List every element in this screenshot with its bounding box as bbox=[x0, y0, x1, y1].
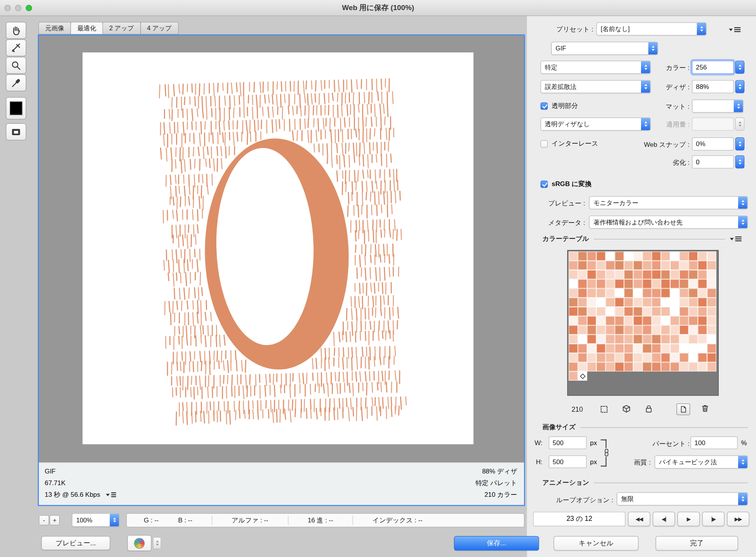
color-swatch[interactable] bbox=[707, 261, 716, 270]
color-swatch[interactable] bbox=[569, 371, 578, 381]
transparency-checkbox-row[interactable]: 透明部分 bbox=[540, 101, 578, 110]
color-swatch[interactable] bbox=[633, 307, 643, 316]
color-swatch[interactable] bbox=[615, 252, 624, 261]
color-swatch[interactable] bbox=[689, 325, 698, 335]
color-swatch[interactable] bbox=[689, 307, 698, 316]
color-swatch[interactable] bbox=[578, 289, 587, 298]
color-swatch[interactable] bbox=[606, 279, 615, 289]
color-swatch[interactable] bbox=[689, 353, 698, 362]
color-swatch[interactable] bbox=[698, 298, 707, 307]
tab-2 アップ[interactable]: 2 アップ bbox=[103, 22, 141, 35]
color-swatch[interactable] bbox=[569, 289, 578, 298]
color-swatch[interactable] bbox=[679, 334, 689, 344]
color-swatch[interactable] bbox=[679, 344, 689, 353]
color-swatch[interactable] bbox=[615, 307, 624, 316]
quality-select[interactable]: バイキュービック法 bbox=[655, 456, 748, 469]
eyedropper-tool-button[interactable] bbox=[6, 74, 26, 91]
color-swatch[interactable] bbox=[670, 289, 679, 298]
color-swatch[interactable] bbox=[689, 270, 698, 279]
color-swatch[interactable] bbox=[615, 261, 624, 270]
color-swatch[interactable] bbox=[707, 289, 716, 298]
slice-select-tool-button[interactable] bbox=[6, 39, 26, 56]
color-swatch[interactable] bbox=[643, 289, 652, 298]
color-swatch[interactable] bbox=[661, 362, 670, 372]
color-swatch[interactable] bbox=[569, 334, 578, 344]
color-swatch[interactable] bbox=[606, 252, 615, 261]
color-swatch[interactable] bbox=[643, 307, 652, 316]
color-swatch[interactable] bbox=[587, 289, 596, 298]
color-swatch[interactable] bbox=[587, 307, 596, 316]
color-swatch[interactable] bbox=[652, 344, 661, 353]
color-swatch[interactable] bbox=[578, 279, 587, 289]
color-swatch[interactable] bbox=[643, 325, 652, 335]
color-swatch[interactable] bbox=[670, 325, 679, 335]
color-swatch[interactable] bbox=[633, 344, 643, 353]
color-swatch[interactable] bbox=[698, 362, 707, 372]
color-swatch[interactable] bbox=[707, 353, 716, 362]
color-swatch[interactable] bbox=[652, 289, 661, 298]
color-swatch[interactable] bbox=[689, 298, 698, 307]
color-swatch[interactable] bbox=[596, 298, 606, 307]
lossy-input[interactable]: 0 bbox=[692, 155, 734, 169]
tab-元画像[interactable]: 元画像 bbox=[38, 22, 71, 35]
interlace-checkbox[interactable] bbox=[540, 140, 548, 148]
color-swatch[interactable] bbox=[652, 334, 661, 344]
color-swatch[interactable] bbox=[633, 261, 643, 270]
color-swatch[interactable] bbox=[698, 252, 707, 261]
zoom-level-select[interactable]: 100% bbox=[72, 513, 120, 527]
palette-algorithm-select[interactable]: 特定 bbox=[540, 61, 651, 74]
color-swatch[interactable] bbox=[670, 298, 679, 307]
color-swatch[interactable] bbox=[578, 307, 587, 316]
color-swatch[interactable] bbox=[624, 334, 633, 344]
loop-option-select[interactable]: 無限 bbox=[617, 493, 748, 506]
color-swatch[interactable] bbox=[689, 316, 698, 325]
color-swatch[interactable] bbox=[578, 362, 587, 372]
web-palette-cube-icon[interactable] bbox=[622, 404, 631, 413]
color-swatch[interactable] bbox=[578, 344, 587, 353]
previous-frame-button[interactable]: ◀| bbox=[653, 512, 675, 527]
srgb-checkbox[interactable] bbox=[540, 180, 548, 188]
toggle-slices-button[interactable] bbox=[6, 124, 26, 141]
color-swatch[interactable] bbox=[679, 298, 689, 307]
color-swatch[interactable] bbox=[670, 307, 679, 316]
color-swatch[interactable] bbox=[615, 353, 624, 362]
color-swatch[interactable] bbox=[652, 316, 661, 325]
color-swatch[interactable] bbox=[661, 325, 670, 335]
color-swatch[interactable] bbox=[643, 362, 652, 372]
color-swatch[interactable] bbox=[587, 325, 596, 335]
color-swatch[interactable] bbox=[679, 316, 689, 325]
color-swatch[interactable] bbox=[661, 252, 670, 261]
color-swatch[interactable] bbox=[670, 316, 679, 325]
width-input[interactable]: 500 bbox=[549, 437, 587, 449]
color-swatch[interactable] bbox=[707, 362, 716, 372]
color-swatch[interactable] bbox=[587, 316, 596, 325]
download-speed-menu-icon[interactable] bbox=[106, 491, 116, 498]
color-table-menu-icon[interactable] bbox=[730, 235, 742, 242]
color-swatch[interactable] bbox=[689, 362, 698, 372]
zoom-tool-button[interactable] bbox=[6, 57, 26, 74]
color-swatch[interactable] bbox=[670, 362, 679, 372]
color-swatch[interactable] bbox=[661, 279, 670, 289]
next-frame-button[interactable]: |▶ bbox=[702, 512, 725, 527]
color-swatch[interactable] bbox=[643, 261, 652, 270]
color-swatch[interactable] bbox=[569, 261, 578, 270]
color-swatch[interactable] bbox=[587, 344, 596, 353]
color-swatch[interactable] bbox=[606, 362, 615, 372]
colors-input[interactable]: 256 bbox=[692, 61, 734, 74]
color-swatch[interactable] bbox=[615, 270, 624, 279]
color-swatch[interactable] bbox=[707, 316, 716, 325]
select-colors-icon[interactable] bbox=[600, 405, 609, 414]
first-frame-button[interactable]: ◀◀ bbox=[628, 512, 650, 527]
color-swatch[interactable] bbox=[679, 307, 689, 316]
color-swatch[interactable] bbox=[652, 353, 661, 362]
color-swatch[interactable] bbox=[661, 261, 670, 270]
color-swatch[interactable] bbox=[596, 325, 606, 335]
color-swatch[interactable] bbox=[652, 325, 661, 335]
color-swatch[interactable] bbox=[587, 298, 596, 307]
color-swatch[interactable] bbox=[624, 307, 633, 316]
color-swatch[interactable] bbox=[679, 289, 689, 298]
color-swatch[interactable] bbox=[578, 334, 587, 344]
color-swatch[interactable] bbox=[689, 334, 698, 344]
color-swatch[interactable] bbox=[587, 279, 596, 289]
color-swatch[interactable] bbox=[670, 252, 679, 261]
